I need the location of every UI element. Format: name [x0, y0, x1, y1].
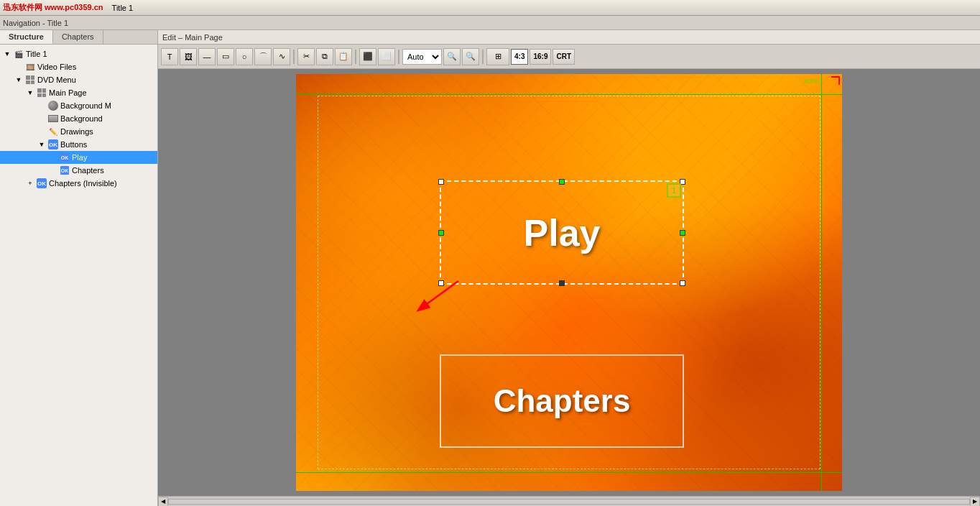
safe-area-button[interactable]: ⊞ [486, 48, 509, 65]
scroll-left-btn[interactable]: ◀ [158, 497, 168, 507]
window-title: Title 1 [112, 4, 134, 12]
dvdmenu-icon [24, 74, 36, 86]
drawings-icon: ✏️ [47, 126, 59, 137]
crt-button[interactable]: CRT [553, 49, 575, 65]
text-tool-button[interactable]: T [161, 48, 178, 65]
ellipse-tool-button[interactable]: ○ [236, 48, 253, 65]
play-button-box[interactable]: 1 Play [440, 180, 684, 285]
expand-mainpage[interactable]: ▼ [24, 87, 36, 98]
tree-item-background[interactable]: Background [0, 112, 157, 125]
top-bar: 迅东软件网 www.pc0359.cn Title 1 [0, 0, 980, 16]
expand-background[interactable] [36, 113, 47, 124]
chapters-button-box[interactable]: Chapters [440, 354, 684, 448]
expand-drawings[interactable] [36, 126, 47, 137]
backgroundm-icon [47, 100, 59, 111]
label-videofiles: Video Files [37, 63, 76, 71]
rect-tool-button[interactable]: ▭ [217, 48, 234, 65]
tree-item-buttons[interactable]: ▼ OK Buttons [0, 138, 157, 151]
handle-w [438, 230, 444, 236]
zoom-select[interactable]: Auto 25%50%75%100% [402, 49, 442, 65]
copy-button[interactable]: ⧉ [316, 48, 333, 65]
navigation-label: Navigation - Title 1 [3, 19, 68, 27]
tree-item-videofiles[interactable]: 🎞️ Video Files [0, 60, 157, 73]
app-watermark: 迅东软件网 www.pc0359.cn [3, 2, 103, 13]
label-background: Background [60, 114, 103, 123]
right-panel: Edit – Main Page T 🖼 — ▭ ○ ⌒ ∿ ✂ ⧉ 📋 [158, 30, 980, 506]
nav-bar: Navigation - Title 1 [0, 16, 980, 30]
line-tool-button[interactable]: — [198, 48, 216, 65]
play-number-badge: 1 [667, 183, 681, 198]
handle-sw [438, 280, 444, 286]
dvd-canvas: ICPS 1 Play Chapters [296, 74, 842, 491]
handle-s [559, 280, 565, 286]
handle-n [559, 179, 565, 185]
paste-button[interactable]: 📋 [335, 48, 352, 65]
chapters-icon: OK [59, 165, 70, 176]
toolbar-separator-2 [355, 50, 356, 64]
image-tool-button[interactable]: 🖼 [180, 48, 197, 65]
edit-title: Edit – Main Page [162, 33, 223, 42]
project-tree: ▼ 🎬 Title 1 🎞️ Video Files ▼ DVD Menu [0, 45, 157, 506]
tree-item-drawings[interactable]: ✏️ Drawings [0, 125, 157, 138]
toolbar: T 🖼 — ▭ ○ ⌒ ∿ ✂ ⧉ 📋 ⬛ ⬜ [158, 45, 980, 69]
send-back-button[interactable]: ⬜ [378, 48, 395, 65]
expand-videofiles[interactable] [13, 61, 24, 73]
tree-item-backgroundm[interactable]: Background M [0, 99, 157, 112]
canvas-area: ICPS 1 Play Chapters [158, 69, 980, 496]
toolbar-separator-3 [398, 50, 399, 64]
tab-chapters[interactable]: Chapters [53, 30, 103, 44]
tab-structure[interactable]: Structure [0, 30, 53, 44]
label-chapters: Chapters [72, 166, 104, 175]
edit-header: Edit – Main Page [158, 30, 980, 45]
expand-chapters[interactable] [47, 165, 59, 176]
tree-item-chapters[interactable]: OK Chapters [0, 164, 157, 177]
videofiles-icon: 🎞️ [24, 61, 36, 73]
tab-bar: Structure Chapters [0, 30, 157, 45]
label-drawings: Drawings [60, 127, 93, 136]
h-scrollbar[interactable]: ◀ ▶ [158, 496, 980, 506]
play-canvas-text: Play [524, 211, 601, 254]
ratio-169-button[interactable]: 16:9 [530, 49, 551, 65]
left-panel: Structure Chapters ▼ 🎬 Title 1 🎞️ Video … [0, 30, 158, 506]
expand-buttons[interactable]: ▼ [36, 139, 47, 150]
label-backgroundm: Background M [60, 101, 111, 110]
label-mainpage: Main Page [49, 88, 87, 97]
label-play: Play [72, 153, 87, 162]
toolbar-separator-4 [482, 50, 484, 64]
expand-backgroundm[interactable] [36, 100, 47, 111]
curve-tool-button[interactable]: ∿ [273, 48, 290, 65]
scroll-track[interactable] [168, 499, 970, 505]
tree-item-mainpage[interactable]: ▼ Main Page [0, 86, 157, 99]
red-corner-indicator [831, 76, 840, 85]
expand-play[interactable] [47, 152, 59, 163]
expand-title1[interactable]: ▼ [1, 48, 13, 60]
label-dvdmenu: DVD Menu [37, 75, 76, 84]
label-title1: Title 1 [26, 50, 47, 58]
handle-nw [438, 179, 444, 185]
scroll-right-btn[interactable]: ▶ [970, 497, 980, 507]
bring-forward-button[interactable]: ⬛ [359, 48, 376, 65]
chaptersinvis-icon: OK [36, 178, 47, 189]
ratio-43-button[interactable]: 4:3 [511, 49, 528, 65]
arc-tool-button[interactable]: ⌒ [254, 48, 272, 65]
tree-item-dvdmenu[interactable]: ▼ DVD Menu [0, 73, 157, 86]
main-layout: Structure Chapters ▼ 🎬 Title 1 🎞️ Video … [0, 30, 980, 506]
expand-chaptersinvis[interactable]: + [24, 178, 36, 189]
play-icon: OK [59, 152, 70, 163]
handle-e [680, 230, 685, 236]
zoom-in-button[interactable]: 🔍 [462, 48, 479, 65]
chapters-canvas-text: Chapters [494, 383, 631, 419]
guide-line-horizontal-bottom [296, 472, 842, 473]
mainpage-icon [36, 87, 47, 98]
cut-button[interactable]: ✂ [297, 48, 315, 65]
guide-line-vertical [821, 74, 822, 491]
film-icon: 🎬 [13, 48, 24, 60]
expand-dvdmenu[interactable]: ▼ [13, 74, 24, 86]
tree-item-play[interactable]: OK Play [0, 151, 157, 164]
tree-item-title1[interactable]: ▼ 🎬 Title 1 [0, 47, 157, 60]
buttons-icon: OK [47, 139, 59, 150]
zoom-out-button[interactable]: 🔍 [443, 48, 461, 65]
handle-se [680, 280, 685, 286]
tree-item-chaptersinvis[interactable]: + OK Chapters (Invisible) [0, 177, 157, 190]
icps-label: ICPS [804, 78, 819, 85]
